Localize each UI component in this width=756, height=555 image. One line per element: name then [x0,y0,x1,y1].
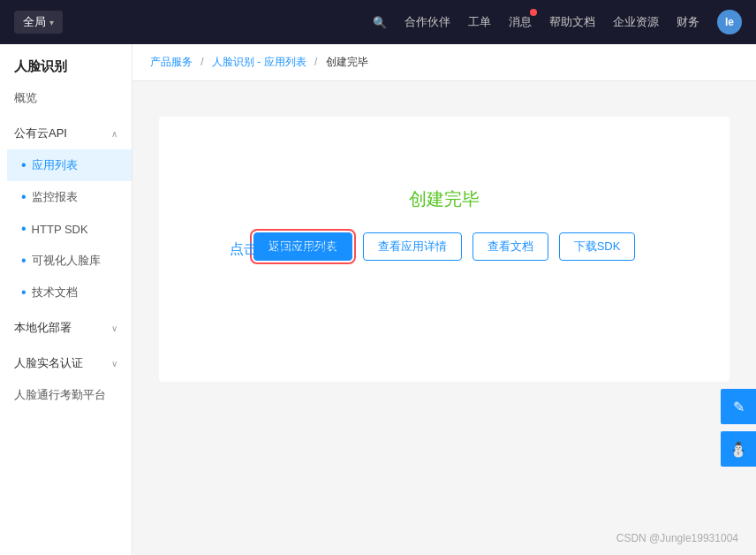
sidebar-section-face-auth: 人脸实名认证 ∨ [0,347,132,379]
notification-badge [530,9,537,16]
float-edit-button[interactable]: ✎ [721,389,756,424]
app-layout: 人脸识别 概览 公有云API ∧ 应用列表 监控报表 HTTP SDK 可 [0,44,756,555]
sidebar-item-http-sdk[interactable]: HTTP SDK [7,213,132,245]
sidebar-section-face-auth-title[interactable]: 人脸实名认证 ∨ [0,347,132,379]
nav-workorder[interactable]: 工单 [468,14,491,30]
sidebar-section-cloud-api-title[interactable]: 公有云API ∧ [0,118,132,149]
chevron-down-icon: ∨ [111,323,117,333]
content-area: 点击返回应用列表 创建完毕 返回应用列表 查看应用详情 查看文档 下载SDK [132,81,756,435]
sidebar-item-label: 人脸通行考勤平台 [14,387,106,403]
breadcrumb-sep-2: / [314,56,317,68]
breadcrumb: 产品服务 / 人脸识别 - 应用列表 / 创建完毕 [132,44,756,81]
sidebar-section-local: 本地化部署 ∨ [0,312,132,344]
sidebar-item-app-list[interactable]: 应用列表 [7,149,132,181]
sidebar-item-tech-docs[interactable]: 技术文档 [7,277,132,308]
search-icon[interactable]: 🔍 [373,16,387,29]
nav-items: 🔍 合作伙伴 工单 消息 帮助文档 企业资源 财务 Ie [373,10,742,34]
sidebar-item-face-lib[interactable]: 可视化人脸库 [7,245,132,277]
btn-download-sdk[interactable]: 下载SDK [559,232,636,261]
sidebar-title: 人脸识别 [0,44,132,82]
sidebar-item-label: 可视化人脸库 [32,253,101,269]
success-container: 点击返回应用列表 创建完毕 返回应用列表 查看应用详情 查看文档 下载SDK [159,117,730,382]
btn-view-docs[interactable]: 查看文档 [472,232,548,261]
sidebar-item-label: 概览 [14,90,37,106]
sidebar-item-label: 技术文档 [32,285,78,300]
chevron-down-icon: ▾ [49,18,54,27]
sidebar-item-monitor[interactable]: 监控报表 [7,181,132,213]
chevron-up-icon: ∧ [111,129,117,139]
sidebar-item-overview[interactable]: 概览 [0,82,132,114]
sidebar-item-label: 应用列表 [32,157,78,173]
hint-text: 点击返回应用列表 [230,240,343,259]
top-nav: 全局 ▾ 🔍 合作伙伴 工单 消息 帮助文档 企业资源 财务 Ie [0,0,756,44]
nav-message[interactable]: 消息 [509,14,532,30]
avatar[interactable]: Ie [717,10,742,34]
breadcrumb-current: 创建完毕 [326,56,368,68]
nav-finance[interactable]: 财务 [677,14,699,30]
breadcrumb-sep-1: / [200,56,203,68]
success-title: 创建完毕 [409,187,480,211]
sidebar-section-local-title[interactable]: 本地化部署 ∨ [0,312,132,344]
nav-enterprise[interactable]: 企业资源 [613,14,659,30]
btn-view-detail[interactable]: 查看应用详情 [363,232,462,261]
headset-icon: ⛄ [730,441,747,458]
sidebar: 人脸识别 概览 公有云API ∧ 应用列表 监控报表 HTTP SDK 可 [0,44,132,555]
main-content: 产品服务 / 人脸识别 - 应用列表 / 创建完毕 点击返回应用列表 创建完毕 … [132,44,756,555]
nav-partner[interactable]: 合作伙伴 [404,14,450,30]
breadcrumb-app-list[interactable]: 人脸识别 - 应用列表 [212,56,306,68]
chevron-down-icon-2: ∨ [111,359,117,369]
breadcrumb-product-service[interactable]: 产品服务 [150,56,193,68]
sidebar-item-label: HTTP SDK [32,223,88,236]
float-support-button[interactable]: ⛄ [721,431,756,467]
sidebar-item-attendance[interactable]: 人脸通行考勤平台 [0,379,132,411]
sidebar-sub-items: 应用列表 监控报表 HTTP SDK 可视化人脸库 技术文档 [0,149,132,308]
nav-help[interactable]: 帮助文档 [549,14,595,30]
float-actions: ✎ ⛄ [721,389,756,467]
sidebar-item-label: 监控报表 [32,189,78,205]
edit-icon: ✎ [733,399,745,415]
global-selector[interactable]: 全局 ▾ [14,11,63,34]
watermark: CSDN @Jungle19931004 [616,532,738,544]
global-label: 全局 [23,14,46,30]
sidebar-section-cloud-api: 公有云API ∧ 应用列表 监控报表 HTTP SDK 可视化人脸库 技术文档 [0,118,132,308]
